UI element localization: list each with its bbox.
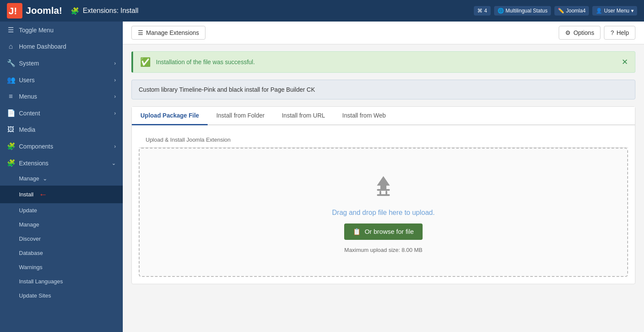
- sidebar-sub-update[interactable]: Update: [0, 203, 123, 217]
- sidebar-item-users[interactable]: 👥 Users ›: [0, 71, 123, 88]
- sidebar-warnings-label: Warnings: [19, 264, 42, 270]
- sidebar-sub-manage-parent[interactable]: Manage ⌄: [0, 171, 123, 186]
- browse-for-file-button[interactable]: 📋 Or browse for file: [344, 223, 422, 240]
- chevron-down-icon: ⌄: [112, 160, 116, 166]
- alert-close-button[interactable]: ✕: [622, 57, 628, 67]
- sidebar-update-sites-label: Update Sites: [19, 292, 51, 299]
- user-icon: 👤: [596, 8, 602, 14]
- joomla4-button[interactable]: ✏️ Joomla4: [554, 6, 589, 16]
- logo-text: Joomla!: [26, 5, 62, 16]
- topbar: J! Joomla! 🧩 Extensions: Install ⌘ 4 🌐 M…: [0, 0, 644, 22]
- sidebar-discover-label: Discover: [19, 236, 41, 242]
- components-icon: 🧩: [7, 142, 15, 150]
- svg-rect-5: [377, 194, 390, 196]
- joomla4-icon: ✏️: [558, 8, 564, 14]
- puzzle-icon: 🧩: [71, 7, 79, 15]
- page-content: ✅ Installation of the file was successfu…: [123, 44, 644, 291]
- chevron-right-icon: ›: [114, 110, 116, 116]
- panel-header: Upload & Install Joomla Extension: [139, 132, 628, 148]
- sidebar-install-languages-label: Install Languages: [19, 278, 63, 285]
- sidebar-item-system[interactable]: 🔧 System ›: [0, 55, 123, 71]
- tabs: Upload Package File Install from Folder …: [132, 107, 635, 125]
- main-content: ☰ Manage Extensions ⚙ Options ? Help ✅: [123, 22, 644, 332]
- tab-install-folder[interactable]: Install from Folder: [208, 107, 273, 125]
- sidebar-item-components[interactable]: 🧩 Components ›: [0, 138, 123, 155]
- panel-body: Upload & Install Joomla Extension Drag a…: [132, 125, 635, 284]
- count-icon: ⌘: [477, 8, 482, 14]
- dropzone-text: Drag and drop file here to upload.: [332, 209, 435, 217]
- alert-success: ✅ Installation of the file was successfu…: [131, 51, 635, 73]
- arrow-indicator: ←: [37, 189, 47, 199]
- info-text: Custom library Timeline-Pink and black i…: [139, 86, 315, 93]
- count-value: 4: [484, 8, 487, 14]
- users-icon: 👥: [7, 76, 15, 84]
- options-button[interactable]: ⚙ Options: [559, 26, 600, 40]
- sidebar-item-extensions[interactable]: 🧩 Extensions ⌄: [0, 155, 123, 171]
- sidebar-sub-discover[interactable]: Discover: [0, 232, 123, 246]
- sidebar-toggle-menu[interactable]: ☰ Toggle Menu: [0, 22, 123, 38]
- tab-web-label: Install from Web: [342, 112, 386, 119]
- toggle-icon: ☰: [7, 26, 15, 34]
- chevron-right-icon: ›: [114, 60, 116, 66]
- chevron-down-icon: ▾: [631, 8, 634, 14]
- multilingual-label: Multilingual Status: [506, 8, 548, 14]
- dropzone[interactable]: Drag and drop file here to upload. 📋 Or …: [139, 148, 628, 277]
- sidebar-users-label: Users: [19, 77, 35, 84]
- extensions-icon: 🧩: [7, 159, 15, 167]
- joomla4-label: Joomla4: [566, 8, 585, 14]
- help-button[interactable]: ? Help: [604, 26, 635, 40]
- sidebar-item-media[interactable]: 🖼 Media: [0, 121, 123, 138]
- tab-install-url[interactable]: Install from URL: [273, 107, 333, 125]
- user-menu-button[interactable]: 👤 User Menu ▾: [592, 6, 637, 16]
- user-menu-label: User Menu: [604, 8, 629, 14]
- page-title-bar: 🧩 Extensions: Install: [71, 7, 474, 15]
- sidebar-item-menus[interactable]: ≡ Menus ›: [0, 88, 123, 105]
- sidebar-system-label: System: [19, 60, 39, 67]
- sidebar: ☰ Toggle Menu ⌂ Home Dashboard 🔧 System …: [0, 22, 123, 332]
- chevron-down-icon: ⌄: [43, 175, 47, 182]
- manage-extensions-button[interactable]: ☰ Manage Extensions: [131, 26, 205, 40]
- tab-upload-package[interactable]: Upload Package File: [132, 107, 208, 125]
- sidebar-sub-update-sites[interactable]: Update Sites: [0, 289, 123, 303]
- tab-folder-label: Install from Folder: [216, 112, 264, 119]
- multilingual-status-button[interactable]: 🌐 Multilingual Status: [494, 6, 551, 16]
- chevron-right-icon: ›: [114, 143, 116, 149]
- question-icon: ?: [610, 29, 614, 36]
- toolbar-right: ⚙ Options ? Help: [559, 26, 635, 40]
- sidebar-sub-database[interactable]: Database: [0, 246, 123, 260]
- list-icon: ☰: [138, 29, 143, 36]
- badge-count[interactable]: ⌘ 4: [474, 6, 491, 16]
- sidebar-extensions-label: Extensions: [19, 160, 48, 167]
- logo[interactable]: J! Joomla!: [7, 3, 62, 19]
- sidebar-update-label: Update: [19, 207, 37, 214]
- sidebar-sub-manage[interactable]: Manage: [0, 217, 123, 232]
- sidebar-menus-label: Menus: [19, 93, 37, 100]
- manage-extensions-label: Manage Extensions: [146, 29, 199, 36]
- sidebar-sub-install[interactable]: Install ←: [0, 186, 123, 203]
- alert-message: Installation of the file was successful.: [156, 59, 255, 65]
- svg-text:J!: J!: [9, 6, 17, 16]
- content-icon: 📄: [7, 109, 15, 117]
- file-icon: 📋: [353, 228, 361, 236]
- tab-install-web[interactable]: Install from Web: [334, 107, 395, 125]
- menus-icon: ≡: [7, 93, 15, 100]
- help-label: Help: [616, 29, 629, 36]
- sidebar-home-label: Home Dashboard: [19, 43, 66, 50]
- sidebar-item-content[interactable]: 📄 Content ›: [0, 105, 123, 121]
- toolbar: ☰ Manage Extensions ⚙ Options ? Help: [123, 22, 644, 44]
- sidebar-components-label: Components: [19, 143, 53, 150]
- sidebar-media-label: Media: [19, 126, 35, 133]
- gear-icon: ⚙: [565, 29, 571, 36]
- chevron-right-icon: ›: [114, 77, 116, 83]
- sidebar-item-home-dashboard[interactable]: ⌂ Home Dashboard: [0, 38, 123, 55]
- sidebar-database-label: Database: [19, 250, 43, 256]
- sidebar-sub-install-languages[interactable]: Install Languages: [0, 274, 123, 289]
- app-body: ☰ Toggle Menu ⌂ Home Dashboard 🔧 System …: [0, 22, 644, 332]
- upload-icon: [368, 172, 398, 202]
- sidebar-manage-label: Manage: [19, 175, 39, 182]
- sidebar-content-label: Content: [19, 110, 40, 117]
- sidebar-manage2-label: Manage: [19, 221, 39, 228]
- chevron-right-icon: ›: [114, 93, 116, 99]
- toolbar-left: ☰ Manage Extensions: [131, 26, 205, 40]
- sidebar-sub-warnings[interactable]: Warnings: [0, 260, 123, 274]
